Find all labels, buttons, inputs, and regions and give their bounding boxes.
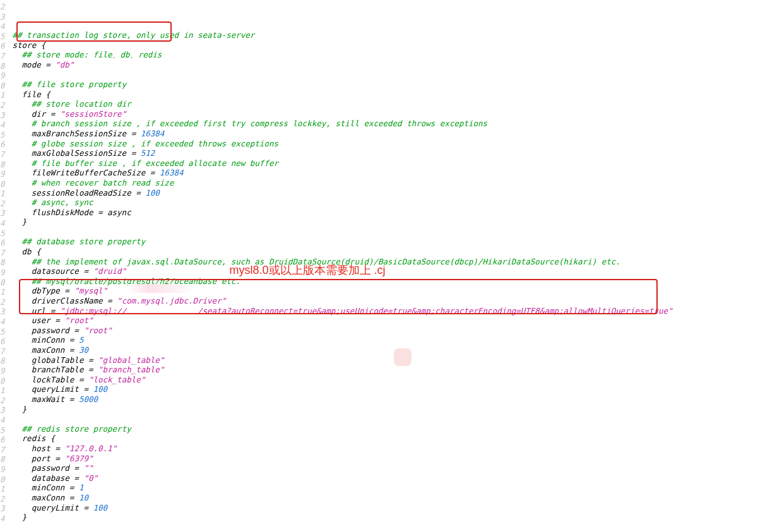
- code-line: ## the implement of javax.sql.DataSource…: [13, 257, 770, 267]
- line-number: 3: [0, 110, 5, 121]
- code-line: maxBranchSessionSize = 16384: [13, 129, 770, 139]
- code-line: maxGlobalSessionSize = 512: [13, 148, 770, 158]
- line-number: 8: [0, 61, 5, 71]
- code-line: flushDiskMode = async: [13, 208, 770, 218]
- code-line: minConn = 1: [13, 483, 770, 493]
- line-number: 7: [0, 150, 5, 160]
- line-number: 7: [0, 445, 5, 455]
- code-line: fileWriteBufferCacheSize = 16384: [13, 168, 770, 178]
- line-number: 8: [0, 356, 5, 366]
- line-number: 9: [0, 366, 5, 376]
- code-line: # file buffer size , if exceeded allocat…: [13, 158, 770, 168]
- code-line: [13, 69, 770, 80]
- code-line: db {: [13, 247, 770, 257]
- code-line: queryLimit = 100: [13, 503, 770, 513]
- code-line: ## store mode: file、db、redis: [13, 50, 770, 60]
- annotation-text: mysl8.0或以上版本需要加上 .cj: [230, 263, 386, 278]
- line-number: 0: [0, 376, 5, 386]
- line-number: 0: [0, 278, 5, 288]
- line-number: 0: [0, 179, 5, 189]
- code-line: ## redis store property: [13, 424, 770, 434]
- code-line: dir = "sessionStore": [13, 109, 770, 119]
- code-line: globalTable = "global_table": [13, 355, 770, 365]
- code-line: ## file store property: [13, 80, 770, 90]
- line-number: 4: [0, 514, 5, 524]
- line-number: 4: [0, 120, 5, 130]
- code-line: dbType = "mysql": [13, 286, 770, 296]
- line-number: 3: [0, 307, 5, 317]
- code-viewer: 2345678901234567890123456789012345678901…: [0, 0, 770, 532]
- line-number: 2: [0, 396, 5, 406]
- line-number: 0: [0, 475, 5, 485]
- line-number: 9: [0, 169, 5, 179]
- code-line: [13, 227, 770, 237]
- watermark-icon: [394, 348, 412, 366]
- code-line: host = "127.0.0.1": [13, 444, 770, 454]
- line-number: 9: [0, 268, 5, 278]
- code-line: branchTable = "branch_table": [13, 365, 770, 375]
- code-line: redis {: [13, 434, 770, 444]
- code-line: # branch session size , if exceeded firs…: [13, 119, 770, 129]
- line-number: 1: [0, 90, 5, 100]
- line-number: 1: [0, 484, 5, 494]
- line-number: 2: [0, 2, 5, 12]
- line-number: 1: [0, 287, 5, 297]
- code-line: datasource = "druid": [13, 266, 770, 276]
- code-line: ## database store property: [13, 237, 770, 247]
- line-number: 6: [0, 238, 5, 248]
- code-line: file {: [13, 90, 770, 100]
- code-line: maxConn = 10: [13, 493, 770, 503]
- code-line: # when recover batch read size: [13, 178, 770, 188]
- line-number: 1: [0, 386, 5, 396]
- line-number: 6: [0, 336, 5, 346]
- line-number: 6: [0, 435, 5, 445]
- code-area[interactable]: ## transaction log store, only used in s…: [8, 0, 770, 532]
- code-line: sessionReloadReadSize = 100: [13, 188, 770, 198]
- line-number: 9: [0, 464, 5, 475]
- code-line: [13, 523, 770, 532]
- code-line: driverClassName = "com.mysql.jdbc.Driver…: [13, 296, 770, 306]
- line-number: 2: [0, 297, 5, 307]
- code-line: lockTable = "lock_table": [13, 375, 770, 385]
- code-line: maxConn = 30: [13, 345, 770, 355]
- line-number: 4: [0, 415, 5, 425]
- code-line: maxWait = 5000: [13, 394, 770, 405]
- line-number: 3: [0, 12, 5, 22]
- line-number: 7: [0, 248, 5, 258]
- line-number: 5: [0, 130, 5, 140]
- code-line: ## mysql/oracle/postgresql/h2/oceanbase …: [13, 276, 770, 287]
- line-number: 8: [0, 160, 5, 170]
- line-number: 2: [0, 199, 5, 209]
- line-number: 7: [0, 51, 5, 61]
- line-number: 3: [0, 208, 5, 218]
- code-line: }: [13, 512, 770, 523]
- code-line: password = "": [13, 463, 770, 473]
- line-number: 8: [0, 257, 5, 268]
- code-line: [13, 414, 770, 424]
- line-number: 1: [0, 189, 5, 199]
- line-number: 5: [0, 425, 5, 435]
- redacted-area: [127, 284, 197, 293]
- line-number: 4: [0, 218, 5, 228]
- line-number: 2: [0, 100, 5, 110]
- line-number: 6: [0, 41, 5, 51]
- line-number: 4: [0, 21, 5, 32]
- code-line: password = "root": [13, 326, 770, 336]
- code-line: queryLimit = 100: [13, 384, 770, 394]
- code-line: mode = "db": [13, 60, 770, 70]
- line-number: 7: [0, 346, 5, 357]
- code-line: ## store location dir: [13, 99, 770, 109]
- line-number-gutter: 2345678901234567890123456789012345678901…: [0, 0, 8, 525]
- line-number: 9: [0, 71, 5, 81]
- line-number: 6: [0, 139, 5, 150]
- code-line: user = "root": [13, 316, 770, 326]
- line-number: 2: [0, 494, 5, 504]
- code-line: }: [13, 217, 770, 227]
- line-number: 4: [0, 317, 5, 327]
- line-number: 3: [0, 405, 5, 415]
- line-number: 5: [0, 228, 5, 239]
- line-number: 3: [0, 504, 5, 514]
- code-line: port = "6379": [13, 454, 770, 464]
- code-line: }: [13, 405, 770, 415]
- code-line: ## transaction log store, only used in s…: [13, 30, 770, 40]
